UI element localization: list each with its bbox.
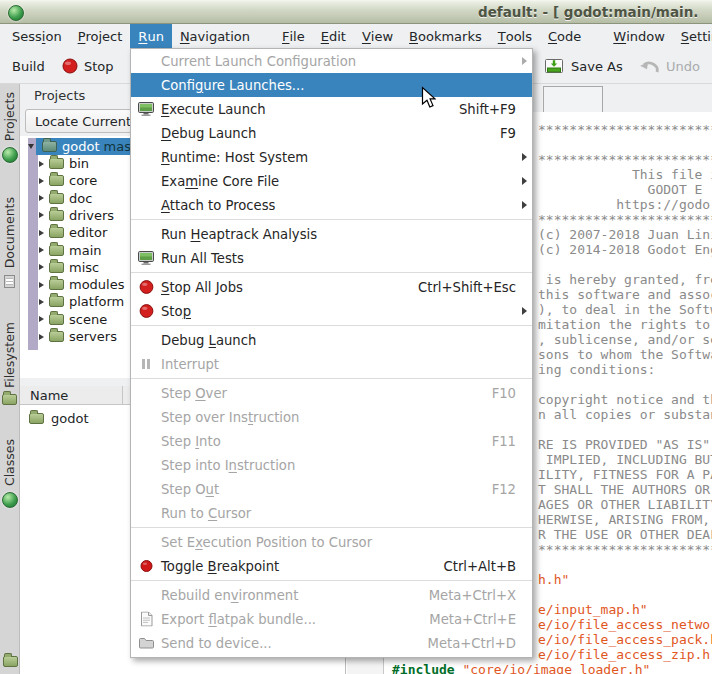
- menubar-item-project[interactable]: Project: [70, 24, 131, 48]
- menubar-item-window[interactable]: Window: [605, 24, 673, 48]
- menu-item-label: Execute Launch: [161, 102, 266, 117]
- menu-item-label: Current Launch Configuration: [161, 54, 356, 69]
- menu-item-debug-launch[interactable]: Debug LaunchF9: [131, 121, 532, 145]
- folder-icon: [49, 331, 64, 342]
- expand-arrow-icon[interactable]: [39, 212, 44, 218]
- column-divider[interactable]: [122, 386, 123, 405]
- titlebar[interactable]: default: - [ godot:main/main.: [0, 0, 712, 24]
- expand-arrow-icon[interactable]: [39, 316, 44, 322]
- menu-item-current-launch-configuration[interactable]: Current Launch Configuration: [131, 49, 532, 73]
- submenu-arrow-icon: [522, 177, 527, 185]
- menu-item-debug-launch[interactable]: Debug Launch: [131, 328, 532, 352]
- tree-item-label: misc: [69, 260, 99, 275]
- code-line: (c) 2014-2018 Godot Eng: [538, 242, 712, 257]
- menu-item-shortcut: Meta+Ctrl+X: [429, 588, 516, 603]
- code-line: ***********************: [538, 122, 712, 137]
- menubar-item-run[interactable]: Run: [130, 24, 172, 48]
- code-line: sons to whom the Softwa: [538, 347, 712, 362]
- menu-item-step-into-instruction[interactable]: Step into Instruction: [131, 453, 532, 477]
- menu-item-step-into[interactable]: Step IntoF11: [131, 429, 532, 453]
- menubar-item-edit[interactable]: Edit: [313, 24, 354, 48]
- expand-arrow-icon[interactable]: [39, 264, 44, 270]
- menubar-item-code[interactable]: Code: [540, 24, 589, 48]
- expand-arrow-icon[interactable]: [39, 161, 44, 167]
- folder-icon: [49, 245, 64, 256]
- menu-item-execute-launch[interactable]: Execute LaunchShift+F9: [131, 97, 532, 121]
- menu-item-label: Step over Instruction: [161, 410, 299, 425]
- expand-arrow-icon[interactable]: [39, 178, 44, 184]
- menu-item-export-flatpak-bundle[interactable]: Export flatpak bundle...Meta+Ctrl+E: [131, 607, 532, 631]
- menu-item-rebuild-environment[interactable]: Rebuild environmentMeta+Ctrl+X: [131, 583, 532, 607]
- save-as-icon: [544, 57, 565, 76]
- code-line: #include "core/io/image_loader.h": [392, 662, 650, 674]
- menu-item-shortcut: Ctrl+Shift+Esc: [418, 280, 516, 295]
- build-button[interactable]: Build: [6, 52, 51, 80]
- expand-arrow-icon[interactable]: [39, 334, 44, 340]
- menu-item-run-heaptrack-analysis[interactable]: Run Heaptrack Analysis: [131, 222, 532, 246]
- menu-item-send-to-device[interactable]: Send to device...Meta+Ctrl+D: [131, 631, 532, 655]
- menubar-item-settings[interactable]: Settings: [673, 24, 712, 48]
- menu-item-stop-all-jobs[interactable]: Stop All JobsCtrl+Shift+Esc: [131, 275, 532, 299]
- left-dock-bar: ProjectsDocumentsFilesystemClasses: [0, 84, 20, 674]
- stop-icon: [136, 304, 156, 319]
- menu-item-shortcut: F12: [492, 482, 516, 497]
- menu-item-shortcut: F9: [500, 126, 516, 141]
- menubar-item-file[interactable]: File: [274, 24, 313, 48]
- expand-arrow-icon[interactable]: [39, 247, 44, 253]
- stop-icon: [136, 280, 156, 295]
- menu-item-examine-core-file[interactable]: Examine Core File: [131, 169, 532, 193]
- menu-item-step-over-instruction[interactable]: Step over Instruction: [131, 405, 532, 429]
- menu-item-runtime-host-system[interactable]: Runtime: Host System: [131, 145, 532, 169]
- menu-item-stop[interactable]: Stop: [131, 299, 532, 323]
- code-line: ), to deal in the Softw: [538, 302, 712, 317]
- folder-icon: [49, 314, 64, 325]
- menubar-item-bookmarks[interactable]: Bookmarks: [401, 24, 490, 48]
- menu-item-step-over[interactable]: Step OverF10: [131, 381, 532, 405]
- folder-icon: [49, 227, 64, 238]
- menubar-item-tools[interactable]: Tools: [490, 24, 540, 48]
- menu-item-shortcut: Meta+Ctrl+D: [428, 636, 516, 651]
- sidebar-tab-documents[interactable]: Documents: [2, 197, 17, 287]
- monitor-icon: [136, 102, 156, 116]
- sidebar-tab-projects[interactable]: Projects: [2, 92, 18, 163]
- code-line: https://godo: [538, 197, 710, 212]
- menu-item-run-to-cursor[interactable]: Run to Cursor: [131, 501, 532, 525]
- menu-item-configure-launches[interactable]: Configure Launches...: [131, 73, 532, 97]
- menu-separator: [131, 272, 532, 273]
- expand-arrow-icon[interactable]: [39, 299, 44, 305]
- code-line: T SHALL THE AUTHORS OR: [538, 482, 710, 497]
- expand-arrow-icon[interactable]: [39, 230, 44, 236]
- menubar-item-session[interactable]: Session: [4, 24, 70, 48]
- menu-item-label: Stop All Jobs: [161, 280, 243, 295]
- menu-item-toggle-breakpoint[interactable]: Toggle BreakpointCtrl+Alt+B: [131, 554, 532, 578]
- sidebar-tab-classes[interactable]: Classes: [2, 439, 18, 508]
- save-as-button[interactable]: Save As: [538, 52, 629, 80]
- code-line: HERWISE, ARISING FROM,: [538, 512, 710, 527]
- undo-button[interactable]: Undo: [632, 52, 706, 80]
- tree-item-label: scene: [69, 312, 107, 327]
- stop-button[interactable]: Stop: [56, 52, 120, 80]
- tree-item-label: main: [69, 243, 101, 258]
- menu-item-interrupt[interactable]: Interrupt: [131, 352, 532, 376]
- menu-item-set-execution-position-to-cursor[interactable]: Set Execution Position to Cursor: [131, 530, 532, 554]
- expand-arrow-icon[interactable]: [39, 282, 44, 288]
- code-line: e/io/file_access_networ: [538, 617, 712, 632]
- menu-item-label: Toggle Breakpoint: [161, 559, 279, 574]
- tree-item-label: core: [69, 173, 97, 188]
- menu-item-run-all-tests[interactable]: Run All Tests: [131, 246, 532, 270]
- project-name: godot: [62, 139, 100, 154]
- menubar-item-navigation[interactable]: Navigation: [172, 24, 258, 48]
- code-line: e/io/file_access_zip.h": [538, 647, 712, 662]
- menu-item-step-out[interactable]: Step OutF12: [131, 477, 532, 501]
- expand-arrow-icon[interactable]: [39, 195, 44, 201]
- menu-item-attach-to-process[interactable]: Attach to Process: [131, 193, 532, 217]
- folder-icon: [49, 279, 64, 290]
- sidebar-tab-filesystem[interactable]: Filesystem: [2, 322, 17, 405]
- tree-item-label: doc: [69, 191, 92, 206]
- menu-item-label: Step Over: [161, 386, 227, 401]
- menu-item-label: Run to Cursor: [161, 506, 251, 521]
- expand-arrow-icon[interactable]: [28, 144, 34, 149]
- code-line: , sublicense, and/or se: [538, 332, 712, 347]
- menu-separator: [131, 580, 532, 581]
- menubar-item-view[interactable]: View: [354, 24, 401, 48]
